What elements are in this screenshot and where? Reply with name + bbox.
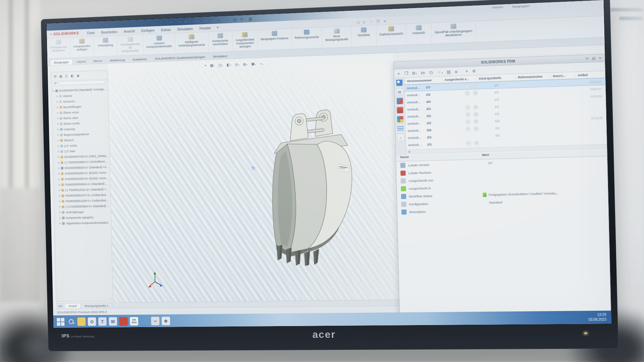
ribbon-button[interactable]: Lineares Komponentenmuster xyxy=(143,33,175,55)
redo-icon[interactable]: ↷ xyxy=(209,17,215,24)
menu-item[interactable]: Einfügen xyxy=(141,28,155,33)
pdm-options-icon[interactable]: ⊛ xyxy=(472,68,476,73)
ribbon-button[interactable]: Intelligente Verbindungselemente xyxy=(175,32,209,54)
new-document-icon[interactable]: ▢ xyxy=(167,19,172,25)
outlook-icon[interactable]: O xyxy=(88,317,96,326)
display-style-icon[interactable]: ◧ xyxy=(227,63,231,67)
tree-expand-icon[interactable] xyxy=(59,217,61,219)
pin-icon[interactable]: ✦ xyxy=(599,56,602,60)
start-button[interactable] xyxy=(56,317,65,327)
tree-expand-icon[interactable] xyxy=(58,134,59,136)
key-badge-icon[interactable]: ⚿ xyxy=(474,112,478,117)
tree-expand-icon[interactable] xyxy=(58,173,60,175)
tree-expand-icon[interactable] xyxy=(59,200,60,202)
key-badge-icon[interactable]: ⚿ xyxy=(473,83,478,88)
camera-tool-icon[interactable]: ●● xyxy=(151,317,160,325)
rebuild-icon[interactable]: ⋮ xyxy=(226,17,230,23)
ribbon-button[interactable]: Neue Bewegungsstudie xyxy=(322,26,352,48)
tree-expand-icon[interactable] xyxy=(57,106,58,108)
file-explorer-icon[interactable] xyxy=(77,317,86,326)
contains-hierarchy-icon[interactable]: ⧈ xyxy=(455,69,458,74)
tree-expand-icon[interactable] xyxy=(57,101,58,103)
web-preview-icon[interactable] xyxy=(396,79,403,86)
column-header[interactable]: Descri... xyxy=(550,73,575,78)
tree-expand-icon[interactable] xyxy=(58,156,59,158)
save-icon[interactable]: ▣ xyxy=(184,18,190,25)
settings-gear-icon[interactable]: ✲ xyxy=(162,317,170,325)
display-manager-icon[interactable]: ◉ xyxy=(77,73,80,79)
options-icon[interactable]: ⊛ xyxy=(240,16,245,22)
copy-tree-icon[interactable] xyxy=(396,98,403,105)
red-app-icon[interactable] xyxy=(119,317,127,326)
edit-appearance-icon[interactable]: ◍ xyxy=(243,62,248,66)
tree-expand-icon[interactable] xyxy=(57,123,59,125)
commandmanager-tab[interactable]: Layout xyxy=(73,58,90,64)
refresh-icon[interactable]: ⟳ xyxy=(586,57,589,61)
hide-show-items-icon[interactable]: ◎ xyxy=(235,62,239,67)
column-header[interactable]: Ausgecheckt v... xyxy=(442,77,477,81)
menu-item[interactable]: Bearbeiten xyxy=(101,29,118,34)
undo-icon[interactable]: ↶ xyxy=(201,17,206,24)
tree-expand-icon[interactable] xyxy=(53,90,54,92)
taskbar-clock[interactable]: 13:29 03.08.2023 xyxy=(588,312,606,322)
graphics-area[interactable]: ⌖▦◫◧◎◍▣◔ xyxy=(108,53,399,303)
excavator-bucket-model[interactable] xyxy=(244,104,376,266)
ribbon-button[interactable]: SpeedPak-Unterbaugruppen aktualisieren xyxy=(431,21,476,44)
ribbon-button[interactable]: Komponente verschieben xyxy=(208,31,233,53)
open-document-icon[interactable]: ❐ xyxy=(175,18,181,25)
get-version-icon[interactable]: ⧉ xyxy=(412,70,417,75)
key-badge-icon[interactable]: ⚿ xyxy=(474,141,479,145)
word-icon[interactable]: W xyxy=(109,317,117,326)
tree-expand-icon[interactable] xyxy=(59,195,60,197)
datacard-tab-icon[interactable] xyxy=(397,125,404,132)
menu-item[interactable]: Ansicht xyxy=(124,29,135,33)
check-in-icon[interactable]: 🗀 xyxy=(429,70,434,75)
ribbon-button[interactable]: Verknüpfung xyxy=(94,36,118,57)
solidworks-2023-icon[interactable]: SW 2023 xyxy=(130,317,138,326)
chrome-icon[interactable] xyxy=(140,317,149,325)
select-icon[interactable]: ▷ xyxy=(218,17,223,23)
next-document-icon[interactable]: ▷ xyxy=(363,20,366,24)
dimxpert-manager-icon[interactable]: ◧ xyxy=(71,73,74,79)
tree-expand-icon[interactable] xyxy=(57,95,58,97)
property-manager-icon[interactable]: ▦ xyxy=(59,73,62,79)
search-icon[interactable]: ⌖ xyxy=(466,69,468,73)
collapse-panel-icon[interactable]: « xyxy=(397,71,400,76)
column-header[interactable]: Referenzversion xyxy=(516,74,551,79)
tree-scroll-up-icon[interactable]: › xyxy=(106,78,107,82)
check-out-icon[interactable]: 🗁 xyxy=(421,70,425,75)
menu-item[interactable]: Extras xyxy=(161,27,171,32)
filter-input[interactable] xyxy=(59,80,105,85)
apply-scene-icon[interactable]: ▣ xyxy=(251,62,256,66)
tree-expand-icon[interactable] xyxy=(59,178,60,180)
document-tab[interactable]: Bewegungsstudie 1 xyxy=(81,303,112,308)
configuration-manager-icon[interactable]: ◫ xyxy=(65,73,68,79)
tree-expand-icon[interactable] xyxy=(59,211,61,213)
change-state-icon[interactable]: ⁘ xyxy=(437,70,443,75)
key-badge-icon[interactable]: ⚿ xyxy=(474,119,478,124)
column-header[interactable]: Kind-Quickinfo xyxy=(477,75,516,80)
document-tab[interactable]: Modell xyxy=(65,304,81,308)
tree-expand-icon[interactable] xyxy=(59,184,60,186)
preview-tab-icon[interactable]: ▤ xyxy=(396,88,403,96)
key-badge-icon[interactable]: ⚿ xyxy=(474,126,479,131)
column-header[interactable]: Versionsnummer xyxy=(405,78,442,83)
view-settings-icon[interactable]: ◔ xyxy=(260,62,263,66)
teams-icon[interactable]: T xyxy=(98,317,107,326)
close-icon[interactable]: ✕ xyxy=(383,19,386,23)
bill-of-materials-icon[interactable]: ▤ xyxy=(447,69,451,74)
equal-badge-icon[interactable]: = xyxy=(465,84,470,88)
print-icon[interactable]: ⊡ xyxy=(193,18,198,24)
tree-expand-icon[interactable] xyxy=(60,222,61,224)
menu-item[interactable]: Fenster xyxy=(200,26,211,30)
ribbon-button[interactable]: Referenzgeometrie xyxy=(291,27,323,49)
menu-item[interactable]: Simulation xyxy=(177,26,193,31)
tree-expand-icon[interactable] xyxy=(58,139,59,141)
vault-home-icon[interactable]: ⌂ xyxy=(397,134,404,141)
minimize-icon[interactable]: ─ xyxy=(370,20,372,23)
equal-badge-icon[interactable]: = xyxy=(466,127,471,131)
tasks-tab-icon[interactable] xyxy=(396,107,404,114)
equal-badge-icon[interactable]: = xyxy=(466,141,471,146)
tab-scroll-icons[interactable]: ◀▶ xyxy=(56,305,65,308)
tree-expand-icon[interactable] xyxy=(57,117,59,119)
